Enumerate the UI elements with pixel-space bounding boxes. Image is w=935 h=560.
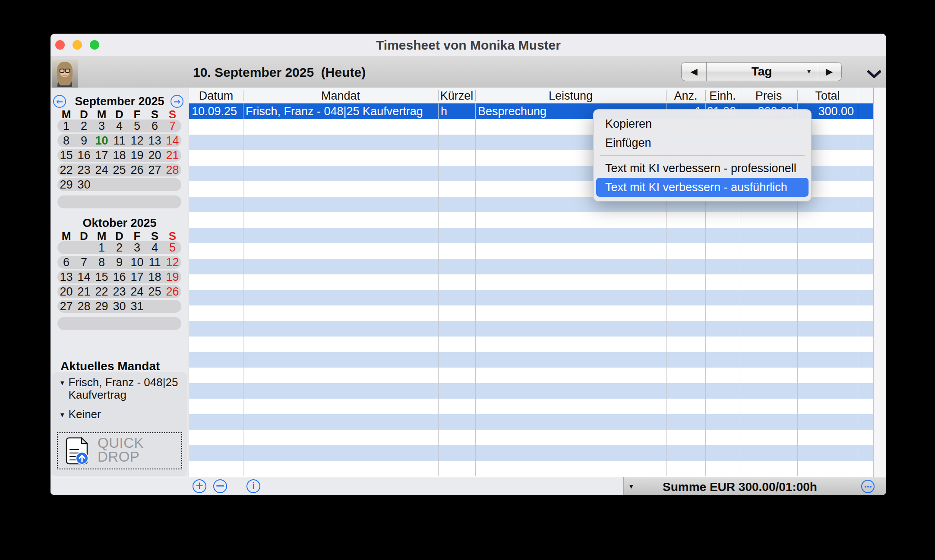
calendar-day[interactable]: 26 [164,285,181,298]
column-header-einh[interactable]: Einh. [705,88,740,104]
calendar-day[interactable]: 14 [164,134,181,147]
table-row[interactable] [189,383,873,399]
period-dropdown[interactable]: Tag ▾ [706,63,817,81]
column-header-mandat[interactable]: Mandat [243,88,438,104]
calendar-day[interactable]: 10 [93,134,111,147]
calendar-day[interactable]: 23 [75,164,93,176]
column-header-leistung[interactable]: Leistung [475,88,666,104]
calendar-day[interactable]: 27 [57,300,75,313]
scrollbar-gutter[interactable] [873,88,886,477]
calendar-day[interactable]: 14 [75,271,93,283]
calendar-day[interactable]: 30 [111,300,128,313]
calendar-day[interactable]: 11 [111,134,128,147]
calendar-day[interactable]: 28 [164,164,181,176]
calendar-day[interactable]: 30 [75,178,93,191]
column-header-total[interactable]: Total [797,88,858,104]
menu-item-kopieren[interactable]: Kopieren [596,114,809,133]
calendar-day[interactable]: 22 [57,164,75,176]
chevron-down-icon[interactable] [866,70,882,79]
calendar-day[interactable]: 25 [146,285,164,298]
calendar-day[interactable]: 15 [93,271,111,283]
calendar-day[interactable]: 3 [93,120,111,132]
menu-item-text-mit-ki-verbessern-professionell[interactable]: Text mit KI verbessern - professionell [596,159,809,178]
calendar-day[interactable]: 4 [146,241,164,254]
add-entry-button[interactable]: + [193,479,206,493]
mandat-item-current[interactable]: ▾Frisch, Franz - 048|25 Kaufvertrag [60,376,178,401]
calendar-day[interactable]: 8 [93,256,111,269]
table-row[interactable] [189,399,873,414]
mandat-item-none[interactable]: ▾Keiner [60,408,101,422]
calendar-day[interactable]: 19 [164,271,181,283]
table-row[interactable] [189,212,873,228]
calendar-day[interactable]: 11 [146,256,164,269]
calendar-day[interactable]: 29 [93,300,111,313]
menu-item-text-mit-ki-verbessern-ausf-hrlich[interactable]: Text mit KI verbessern - ausführlich [596,178,809,197]
table-row[interactable] [189,290,873,305]
info-button[interactable]: i [246,479,260,493]
calendar-day[interactable]: 1 [57,120,75,132]
calendar-day[interactable]: 2 [75,120,93,132]
table-row[interactable] [189,414,873,430]
more-options-button[interactable]: ••• [861,480,875,493]
column-header-krzel[interactable]: Kürzel [438,88,475,104]
calendar-day[interactable]: 16 [75,149,93,162]
calendar-day[interactable]: 31 [128,300,146,313]
table-row[interactable] [189,352,873,368]
table-row[interactable] [189,274,873,290]
quick-drop-zone[interactable]: QUICK DROP [57,432,182,469]
menu-item-einf-gen[interactable]: Einfügen [596,133,809,152]
calendar-day[interactable]: 5 [164,241,181,254]
calendar-day[interactable]: 18 [146,271,164,283]
calendar-day[interactable]: 24 [128,285,146,298]
table-row[interactable] [189,259,873,274]
table-row[interactable] [189,445,873,461]
calendar-day[interactable]: 20 [57,285,75,298]
table-row[interactable] [189,461,873,476]
table-row[interactable] [189,305,873,321]
calendar-prev-month-button[interactable]: ← [53,95,66,108]
calendar-day[interactable]: 1 [93,241,111,254]
calendar-day[interactable]: 28 [75,300,93,313]
calendar-day[interactable]: 12 [128,134,146,147]
column-header-anz[interactable]: Anz. [666,88,705,104]
calendar-day[interactable]: 24 [93,164,111,176]
calendar-day[interactable]: 4 [111,120,128,132]
calendar-day[interactable]: 16 [111,271,128,283]
calendar-next-month-button[interactable]: → [171,95,183,108]
remove-entry-button[interactable]: − [213,479,227,493]
table-row[interactable] [189,337,873,352]
calendar-day[interactable]: 9 [75,134,93,147]
calendar-day[interactable]: 2 [111,241,128,254]
calendar-day[interactable]: 10 [128,256,146,269]
calendar-day[interactable]: 8 [57,134,75,147]
calendar-day[interactable]: 7 [164,120,181,132]
calendar-day[interactable]: 21 [164,149,181,162]
calendar-day[interactable]: 20 [146,149,164,162]
column-header-datum[interactable]: Datum [189,88,243,104]
calendar-day[interactable]: 17 [93,149,111,162]
calendar-day[interactable]: 17 [128,271,146,283]
calendar-day[interactable]: 5 [128,120,146,132]
calendar-day[interactable]: 19 [128,149,146,162]
calendar-day[interactable]: 6 [57,256,75,269]
calendar-day[interactable]: 21 [75,285,93,298]
table-row[interactable] [189,368,873,383]
table-row[interactable] [189,243,873,259]
table-row[interactable] [189,228,873,243]
calendar-day[interactable]: 27 [146,164,164,176]
table-row[interactable] [189,430,873,445]
calendar-day[interactable]: 3 [128,241,146,254]
calendar-day[interactable]: 26 [128,164,146,176]
calendar-day[interactable]: 25 [111,164,128,176]
calendar-day[interactable]: 13 [146,134,164,147]
column-header-preis[interactable]: Preis [740,88,797,104]
calendar-day[interactable]: 29 [57,178,75,191]
calendar-day[interactable]: 12 [164,256,181,269]
calendar-day[interactable]: 23 [111,285,128,298]
next-period-button[interactable]: ▶ [817,63,841,81]
calendar-day[interactable]: 15 [57,149,75,162]
table-row[interactable] [189,321,873,337]
calendar-day[interactable]: 9 [111,256,128,269]
calendar-day[interactable]: 13 [57,271,75,283]
calendar-day[interactable]: 18 [111,149,128,162]
